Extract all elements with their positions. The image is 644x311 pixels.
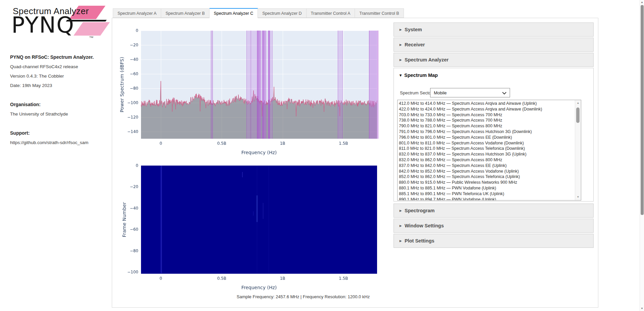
accordion-label: Spectrum Analyzer bbox=[405, 57, 449, 62]
spectrum-map-title: Spectrum Map bbox=[404, 73, 438, 78]
accordion-header-receiver[interactable]: ▸Receiver bbox=[394, 38, 594, 52]
sidebar-version: Version 0.4.3: The Cobbler bbox=[10, 74, 64, 79]
spectrum-map-entry[interactable]: 832.0 MHz to 862.0 MHz — Spectrum Access… bbox=[399, 157, 575, 163]
spectrum-map-entry[interactable]: 880.0 MHz to 915.0 MHz — Public Wireless… bbox=[399, 180, 575, 185]
spectrum-map-entry[interactable]: 801.0 MHz to 811.0 MHz — Spectrum Access… bbox=[399, 140, 575, 146]
tab-bar: Spectrum Analyzer ASpectrum Analyzer BSp… bbox=[113, 8, 404, 18]
page-scrollbar-thumb[interactable] bbox=[641, 5, 644, 215]
spectrum-sector-label: Spectrum Sector: bbox=[400, 90, 433, 95]
spectrogram-plot[interactable] bbox=[118, 158, 383, 292]
support-url: https://github.com/strath-sdr/rfsoc_sam bbox=[10, 140, 88, 145]
chevron-right-icon: ▸ bbox=[400, 223, 402, 228]
accordion-bottom-group: ▸Spectrogram▸Window Settings▸Plot Settin… bbox=[394, 204, 594, 248]
list-scrollbar-thumb[interactable] bbox=[576, 107, 580, 123]
logo-parallelogram-light bbox=[74, 22, 110, 36]
accordion-label: Plot Settings bbox=[405, 238, 434, 243]
spectrum-map-entry[interactable]: 837.0 MHz to 842.0 MHz — Spectrum Access… bbox=[399, 163, 575, 169]
chevron-right-icon: ▸ bbox=[400, 57, 402, 62]
spectrum-map-entry[interactable]: 412.0 MHz to 414.0 MHz — Spectrum Access… bbox=[399, 101, 575, 106]
spectrum-map-entry[interactable]: 842.0 MHz to 852.0 MHz — Spectrum Access… bbox=[399, 169, 575, 174]
spectrum-map-header[interactable]: ▾ Spectrum Map bbox=[394, 68, 593, 78]
spectrum-map-entry[interactable]: 852.0 MHz to 862.0 MHz — Spectrum Access… bbox=[399, 174, 575, 180]
spectrum-map-entry[interactable]: 790.0 MHz to 821.0 MHz — Spectrum Access… bbox=[399, 123, 575, 129]
support-label: Support: bbox=[10, 130, 30, 136]
tab-transmitter-control-b[interactable]: Transmitter Control B bbox=[355, 8, 404, 18]
tab-spectrum-analyzer-d[interactable]: Spectrum Analyzer D bbox=[258, 8, 306, 18]
chevron-right-icon: ▸ bbox=[400, 208, 402, 213]
spectrum-map-entry[interactable]: 832.0 MHz to 837.0 MHz — Spectrum Access… bbox=[399, 151, 575, 157]
power-spectrum-plot[interactable] bbox=[118, 20, 383, 158]
spectrum-map-entry[interactable]: 703.0 MHz to 733.0 MHz — Spectrum Access… bbox=[399, 112, 575, 118]
spectrum-map-entry[interactable]: 796.0 MHz to 801.0 MHz — Spectrum Access… bbox=[399, 135, 575, 140]
sidebar-title: PYNQ on RFSoC: Spectrum Analyzer. bbox=[10, 54, 94, 60]
organisation-label: Organisation: bbox=[10, 102, 41, 107]
tab-spectrum-analyzer-b[interactable]: Spectrum Analyzer B bbox=[161, 8, 210, 18]
accordion-header-plot-settings[interactable]: ▸Plot Settings bbox=[394, 234, 594, 248]
spectrum-map-entry[interactable]: 738.0 MHz to 788.0 MHz — Spectrum Access… bbox=[399, 118, 575, 123]
chevron-right-icon: ▸ bbox=[400, 42, 402, 47]
sidebar-release: Quad-channel RFSoC4x2 release bbox=[10, 64, 78, 69]
scroll-up-icon[interactable]: ▲ bbox=[575, 100, 581, 106]
accordion-header-window-settings[interactable]: ▸Window Settings bbox=[394, 219, 594, 233]
spectrum-map-entries: 412.0 MHz to 414.0 MHz — Spectrum Access… bbox=[398, 101, 575, 201]
organisation-value: The University of Strathclyde bbox=[10, 112, 68, 117]
spectrum-sector-value: Mobile bbox=[434, 90, 447, 95]
settings-accordion: ▸System▸Receiver▸Spectrum Analyzer ▾ Spe… bbox=[394, 23, 594, 249]
spectrum-map-entry[interactable]: 422.0 MHz to 424.0 MHz — Spectrum Access… bbox=[399, 106, 575, 112]
chevron-right-icon: ▸ bbox=[400, 27, 402, 32]
scroll-up-icon[interactable]: ▲ bbox=[640, 0, 644, 5]
spectrum-sector-select[interactable]: Mobile bbox=[430, 88, 510, 97]
spectrum-map-entry[interactable]: 890.1 MHz to 894.7 MHz — PWN Vodafone (U… bbox=[399, 197, 575, 201]
chevron-down-icon: ▾ bbox=[400, 73, 402, 78]
accordion-label: Receiver bbox=[405, 42, 425, 47]
spectrum-map-entry[interactable]: 791.0 MHz to 796.0 MHz — Spectrum Access… bbox=[399, 129, 575, 135]
accordion-top-group: ▸System▸Receiver▸Spectrum Analyzer bbox=[394, 23, 594, 67]
spectrum-map-entry[interactable]: 811.0 MHz to 821.0 MHz — Spectrum Access… bbox=[399, 146, 575, 151]
accordion-label: Spectrogram bbox=[405, 208, 434, 213]
sidebar-date: Date: 19th May 2023 bbox=[10, 83, 52, 88]
logo-trademark: TM bbox=[89, 36, 93, 39]
accordion-header-spectrogram[interactable]: ▸Spectrogram bbox=[394, 204, 594, 218]
status-bar: Sample Frequency: 2457.6 MHz | Frequency… bbox=[112, 294, 495, 299]
tab-transmitter-control-a[interactable]: Transmitter Control A bbox=[307, 8, 355, 18]
tab-spectrum-analyzer-c[interactable]: Spectrum Analyzer C bbox=[210, 8, 258, 18]
accordion-label: Window Settings bbox=[405, 223, 444, 228]
list-scrollbar[interactable]: ▲ ▼ bbox=[575, 100, 581, 200]
spectrum-map-list[interactable]: 412.0 MHz to 414.0 MHz — Spectrum Access… bbox=[397, 100, 581, 201]
spectrum-map-entry[interactable]: 885.1 MHz to 890.1 MHz — PWN Telefonica … bbox=[399, 191, 575, 197]
accordion-section-spectrum-map: ▾ Spectrum Map Spectrum Sector: Mobile 4… bbox=[394, 68, 594, 202]
logo-wordmark: PYNQ bbox=[11, 12, 75, 38]
chevron-right-icon: ▸ bbox=[400, 238, 402, 243]
page-scrollbar[interactable]: ▲ ▼ bbox=[640, 0, 644, 311]
accordion-header-system[interactable]: ▸System bbox=[394, 23, 594, 37]
tab-spectrum-analyzer-a[interactable]: Spectrum Analyzer A bbox=[113, 8, 161, 18]
sidebar: Spectrum Analyzer PYNQ TM PYNQ on RFSoC:… bbox=[0, 0, 112, 311]
pynq-logo: Spectrum Analyzer PYNQ TM bbox=[9, 3, 110, 40]
scroll-down-icon[interactable]: ▼ bbox=[640, 306, 644, 311]
accordion-header-spectrum-analyzer[interactable]: ▸Spectrum Analyzer bbox=[394, 53, 594, 67]
scroll-down-icon[interactable]: ▼ bbox=[575, 194, 581, 200]
accordion-label: System bbox=[405, 27, 422, 32]
chevron-down-icon bbox=[502, 92, 507, 95]
spectrum-map-entry[interactable]: 880.1 MHz to 885.1 MHz — PWN Vodafone (U… bbox=[399, 185, 575, 191]
